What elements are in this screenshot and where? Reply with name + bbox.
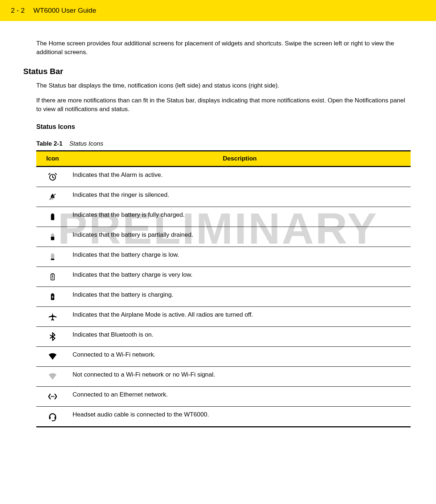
row-description: Indicates that the Alarm is active. — [69, 166, 411, 187]
battery-low-icon — [36, 247, 69, 267]
table-row: Indicates that the battery is charging. — [36, 286, 411, 306]
status-icons-heading: Status Icons — [36, 123, 411, 131]
battery-full-icon — [36, 207, 69, 227]
svg-point-18 — [52, 396, 53, 397]
table-row: Indicates that the battery is partially … — [36, 227, 411, 247]
page-number: 2 - 2 — [11, 7, 25, 15]
table-row: Indicates that the Alarm is active. — [36, 166, 411, 187]
row-description: Indicates that the battery is charging. — [69, 286, 411, 306]
row-description: Connected to an Ethernet network. — [69, 386, 411, 406]
ringer-silenced-icon — [36, 187, 69, 207]
row-description: Connected to a Wi-Fi network. — [69, 346, 411, 366]
wifi-connected-icon — [36, 346, 69, 366]
table-row: Connected to an Ethernet network. — [36, 386, 411, 406]
svg-rect-5 — [52, 233, 54, 234]
battery-very-low-icon — [36, 267, 69, 286]
row-description: Headset audio cable is connected to the … — [69, 406, 411, 427]
intro-paragraph: The Home screen provides four additional… — [36, 39, 411, 57]
status-bar-paragraph-2: If there are more notifications than can… — [36, 96, 411, 114]
svg-rect-10 — [51, 259, 54, 260]
bluetooth-icon — [36, 326, 69, 346]
column-header-icon: Icon — [36, 151, 69, 166]
row-description: Indicates that the battery is fully char… — [69, 207, 411, 227]
table-row: Connected to a Wi-Fi network. — [36, 346, 411, 366]
svg-point-19 — [53, 396, 54, 397]
guide-title: WT6000 User Guide — [33, 7, 96, 15]
svg-rect-21 — [54, 416, 56, 419]
row-description: Indicates that the battery charge is low… — [69, 247, 411, 267]
svg-point-17 — [51, 396, 52, 397]
row-description: Not connected to a Wi-Fi network or no W… — [69, 366, 411, 386]
table-caption: Table 2-1 Status Icons — [36, 140, 411, 147]
svg-rect-15 — [52, 293, 54, 294]
table-caption-label: Table 2-1 — [36, 140, 62, 147]
table-row: Indicates that the battery charge is ver… — [36, 267, 411, 286]
battery-charging-icon — [36, 286, 69, 306]
table-row: Indicates that the battery is fully char… — [36, 207, 411, 227]
row-description: Indicates that the battery is partially … — [69, 227, 411, 247]
table-row: Indicates that Bluetooth is on. — [36, 326, 411, 346]
svg-rect-3 — [52, 214, 54, 214]
svg-rect-8 — [52, 253, 54, 254]
row-description: Indicates that the ringer is silenced. — [69, 187, 411, 207]
svg-point-22 — [52, 420, 53, 421]
headset-icon — [36, 406, 69, 427]
ethernet-icon — [36, 386, 69, 406]
table-caption-text: Status Icons — [69, 140, 103, 147]
svg-rect-14 — [52, 279, 53, 279]
status-icons-table: Icon Description Indicates that the Alar… — [36, 150, 411, 427]
table-row: Headset audio cable is connected to the … — [36, 406, 411, 427]
airplane-mode-icon — [36, 306, 69, 326]
svg-rect-4 — [51, 214, 54, 220]
row-description: Indicates that Bluetooth is on. — [69, 326, 411, 346]
battery-partial-icon — [36, 227, 69, 247]
svg-rect-20 — [49, 416, 50, 419]
page-header: 2 - 2 WT6000 User Guide — [0, 0, 436, 21]
status-bar-heading: Status Bar — [23, 67, 411, 76]
column-header-description: Description — [69, 151, 411, 166]
table-row: Indicates that the Airplane Mode is acti… — [36, 306, 411, 326]
row-description: Indicates that the Airplane Mode is acti… — [69, 306, 411, 326]
status-bar-paragraph-1: The Status bar displays the time, notifi… — [36, 81, 411, 90]
table-row: Indicates that the battery charge is low… — [36, 247, 411, 267]
alarm-icon — [36, 166, 69, 187]
row-description: Indicates that the battery charge is ver… — [69, 267, 411, 286]
wifi-disconnected-icon — [36, 366, 69, 386]
table-row: Not connected to a Wi-Fi network or no W… — [36, 366, 411, 386]
table-row: Indicates that the ringer is silenced. — [36, 187, 411, 207]
svg-rect-13 — [52, 275, 53, 277]
